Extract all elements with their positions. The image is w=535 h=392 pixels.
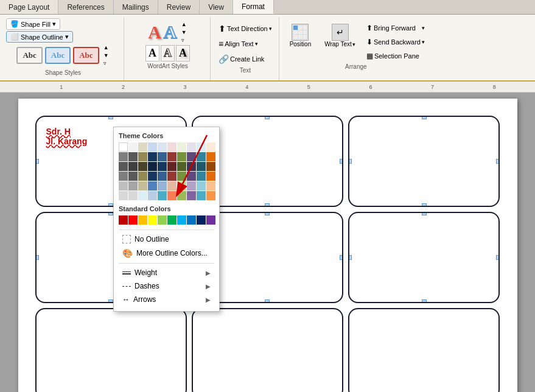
label-card-8[interactable] [192,308,343,392]
text-effects-A[interactable]: A [176,45,190,61]
theme-color-swatch[interactable] [158,142,167,152]
handle-tl-2[interactable] [192,116,195,119]
handle-tm-3[interactable] [422,116,427,119]
theme-color-swatch[interactable] [148,162,157,171]
align-text-button[interactable]: ≡ Align Text ▾ [215,37,275,51]
theme-color-swatch[interactable] [177,152,186,161]
theme-color-swatch[interactable] [148,152,157,161]
theme-color-swatch[interactable] [177,172,186,181]
handle-bm-2[interactable] [265,203,270,207]
theme-color-swatch[interactable] [206,181,215,191]
wordart-scroll-down[interactable]: ▼ [181,29,187,36]
standard-color-swatch[interactable] [187,215,196,225]
theme-color-swatch[interactable] [197,191,206,200]
handle-ml-3[interactable] [348,159,352,164]
theme-color-swatch[interactable] [158,172,167,181]
theme-color-swatch[interactable] [206,162,215,171]
wordart-expand[interactable]: ▿ [181,37,187,44]
handle-tm-2[interactable] [265,116,270,119]
handle-br-3[interactable] [496,203,500,207]
handle-mr-6[interactable] [496,255,500,260]
handle-ml-6[interactable] [348,255,352,260]
weight-item[interactable]: Weight ▶ [119,266,214,279]
position-button[interactable]: Position [284,21,317,51]
shape-styles-scroll-up[interactable]: ▲ [103,44,110,51]
wordart-a-outline[interactable]: A [164,23,177,41]
theme-color-swatch[interactable] [158,181,167,191]
shape-styles-expand[interactable]: ▿ [103,60,110,67]
shape-style-3[interactable]: Abc [73,47,99,64]
handle-bm-6[interactable] [422,299,427,303]
standard-color-swatch[interactable] [138,215,147,225]
theme-color-swatch[interactable] [167,172,177,181]
handle-tr-3[interactable] [496,116,500,119]
wordart-scroll-up[interactable]: ▲ [181,21,187,28]
handle-tl-1[interactable] [35,116,39,119]
theme-color-swatch[interactable] [138,142,147,152]
theme-color-swatch[interactable] [187,181,196,191]
tab-view[interactable]: View [200,0,233,14]
standard-color-swatch[interactable] [128,215,138,225]
theme-color-swatch[interactable] [128,172,138,181]
text-outline-A[interactable]: A [161,45,175,61]
theme-color-swatch[interactable] [128,162,138,171]
handle-tl-3[interactable] [348,116,352,119]
theme-color-swatch[interactable] [177,181,186,191]
theme-color-swatch[interactable] [119,152,128,161]
wrap-text-button[interactable]: ↵ Wrap Text ▾ [319,21,361,51]
shape-fill-button[interactable]: 🪣 Shape Fill ▾ [6,18,60,30]
handle-bm-1[interactable] [108,203,113,207]
standard-color-swatch[interactable] [206,215,215,225]
theme-color-swatch[interactable] [206,152,215,161]
theme-color-swatch[interactable] [119,191,128,200]
text-direction-button[interactable]: ⬆ Text Direction ▾ [215,22,275,35]
label-card-3[interactable] [348,116,500,207]
dashes-item[interactable]: Dashes ▶ [119,279,214,293]
handle-ml-4[interactable] [35,255,39,260]
theme-color-swatch[interactable] [128,142,138,152]
theme-color-swatch[interactable] [177,142,186,152]
theme-color-swatch[interactable] [138,152,147,161]
theme-color-swatch[interactable] [177,162,186,171]
theme-color-swatch[interactable] [187,152,196,161]
handle-tr-2[interactable] [340,116,343,119]
handle-bm-5[interactable] [265,299,270,303]
handle-bl-3[interactable] [348,203,352,207]
theme-color-swatch[interactable] [187,142,196,152]
bring-forward-button[interactable]: ⬆ Bring Forward ▾ [363,22,428,34]
handle-tr-6[interactable] [496,212,500,215]
shape-style-2[interactable]: Abc [45,47,71,64]
theme-color-swatch[interactable] [158,152,167,161]
theme-color-swatch[interactable] [206,191,215,200]
theme-color-swatch[interactable] [138,191,147,200]
handle-mr-2[interactable] [340,159,343,164]
text-fill-A[interactable]: A [145,45,159,61]
tab-review[interactable]: Review [158,0,200,14]
no-outline-item[interactable]: No Outline [119,233,214,246]
theme-color-swatch[interactable] [206,142,215,152]
theme-color-swatch[interactable] [187,191,196,200]
theme-color-swatch[interactable] [148,142,157,152]
theme-color-swatch[interactable] [167,191,177,200]
tab-mailings[interactable]: Mailings [114,0,158,14]
theme-color-swatch[interactable] [128,152,138,161]
standard-color-swatch[interactable] [148,215,157,225]
handle-mr-3[interactable] [496,159,500,164]
theme-color-swatch[interactable] [187,172,196,181]
handle-tl-6[interactable] [348,212,352,215]
theme-color-swatch[interactable] [158,162,167,171]
handle-tl-4[interactable] [35,212,39,215]
wordart-a-red[interactable]: A [148,23,161,41]
handle-br-5[interactable] [340,299,343,303]
theme-color-swatch[interactable] [148,172,157,181]
theme-color-swatch[interactable] [197,142,206,152]
theme-color-swatch[interactable] [138,162,147,171]
handle-tm-5[interactable] [265,212,270,215]
theme-color-swatch[interactable] [167,181,177,191]
handle-bl-6[interactable] [348,299,352,303]
theme-color-swatch[interactable] [128,191,138,200]
theme-color-swatch[interactable] [148,191,157,200]
theme-color-swatch[interactable] [197,162,206,171]
handle-bl-1[interactable] [35,203,39,207]
handle-ml-1[interactable] [35,159,39,164]
